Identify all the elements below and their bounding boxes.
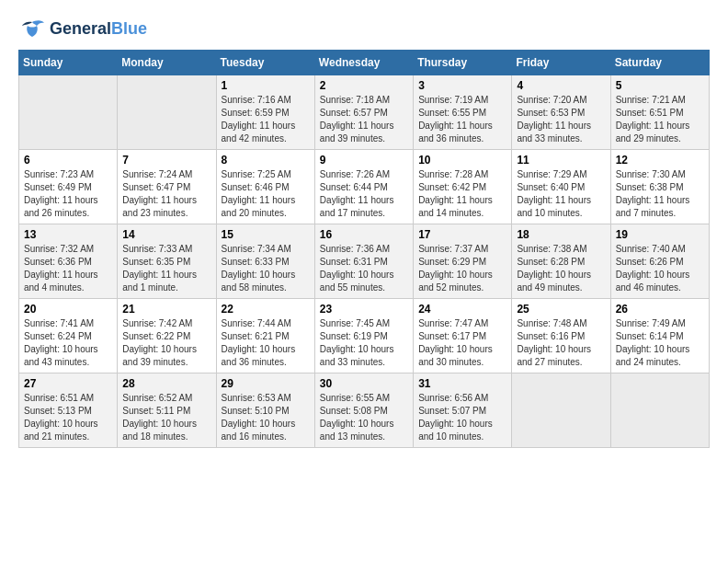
day-info: Sunrise: 6:55 AM Sunset: 5:08 PM Dayligh… xyxy=(320,392,408,443)
day-info: Sunrise: 7:42 AM Sunset: 6:22 PM Dayligh… xyxy=(122,317,210,369)
column-header-saturday: Saturday xyxy=(610,51,709,75)
calendar-day-cell xyxy=(118,75,216,150)
day-number: 26 xyxy=(616,303,704,316)
day-info: Sunrise: 7:34 AM Sunset: 6:33 PM Dayligh… xyxy=(222,243,310,294)
day-info: Sunrise: 6:52 AM Sunset: 5:11 PM Dayligh… xyxy=(122,392,210,443)
day-info: Sunrise: 7:44 AM Sunset: 6:21 PM Dayligh… xyxy=(222,317,310,369)
day-number: 7 xyxy=(122,154,210,167)
day-info: Sunrise: 7:47 AM Sunset: 6:17 PM Dayligh… xyxy=(418,317,506,369)
day-number: 17 xyxy=(418,228,506,241)
calendar-day-cell: 6Sunrise: 7:23 AM Sunset: 6:49 PM Daylig… xyxy=(19,150,118,224)
day-number: 18 xyxy=(517,228,605,241)
day-number: 31 xyxy=(418,377,506,390)
calendar-day-cell: 2Sunrise: 7:18 AM Sunset: 6:57 PM Daylig… xyxy=(314,75,413,150)
calendar-day-cell: 5Sunrise: 7:21 AM Sunset: 6:51 PM Daylig… xyxy=(610,75,709,150)
calendar-day-cell xyxy=(19,75,118,150)
calendar-day-cell: 31Sunrise: 6:56 AM Sunset: 5:07 PM Dayli… xyxy=(414,373,512,448)
calendar-week-row: 20Sunrise: 7:41 AM Sunset: 6:24 PM Dayli… xyxy=(19,299,710,373)
calendar-day-cell: 26Sunrise: 7:49 AM Sunset: 6:14 PM Dayli… xyxy=(610,299,709,373)
calendar-day-cell: 29Sunrise: 6:53 AM Sunset: 5:10 PM Dayli… xyxy=(216,373,314,448)
calendar-week-row: 6Sunrise: 7:23 AM Sunset: 6:49 PM Daylig… xyxy=(19,150,710,224)
day-number: 25 xyxy=(517,303,605,316)
day-number: 14 xyxy=(122,228,210,241)
calendar-day-cell: 24Sunrise: 7:47 AM Sunset: 6:17 PM Dayli… xyxy=(414,299,512,373)
calendar-day-cell: 4Sunrise: 7:20 AM Sunset: 6:53 PM Daylig… xyxy=(512,75,610,150)
day-number: 29 xyxy=(222,377,310,390)
day-info: Sunrise: 7:24 AM Sunset: 6:47 PM Dayligh… xyxy=(122,168,210,220)
calendar-table: SundayMondayTuesdayWednesdayThursdayFrid… xyxy=(18,50,710,448)
day-number: 8 xyxy=(222,154,310,167)
calendar-day-cell: 11Sunrise: 7:29 AM Sunset: 6:40 PM Dayli… xyxy=(512,150,610,224)
day-number: 27 xyxy=(24,377,112,390)
logo-icon xyxy=(18,18,46,40)
day-info: Sunrise: 6:56 AM Sunset: 5:07 PM Dayligh… xyxy=(418,392,506,443)
calendar-day-cell: 10Sunrise: 7:28 AM Sunset: 6:42 PM Dayli… xyxy=(414,150,512,224)
day-info: Sunrise: 6:53 AM Sunset: 5:10 PM Dayligh… xyxy=(222,392,310,443)
calendar-day-cell: 14Sunrise: 7:33 AM Sunset: 6:35 PM Dayli… xyxy=(118,224,216,299)
column-header-tuesday: Tuesday xyxy=(216,51,314,75)
column-header-sunday: Sunday xyxy=(19,51,118,75)
calendar-day-cell: 16Sunrise: 7:36 AM Sunset: 6:31 PM Dayli… xyxy=(314,224,413,299)
day-info: Sunrise: 7:49 AM Sunset: 6:14 PM Dayligh… xyxy=(616,317,704,369)
day-number: 24 xyxy=(418,303,506,316)
day-number: 22 xyxy=(222,303,310,316)
day-info: Sunrise: 7:21 AM Sunset: 6:51 PM Dayligh… xyxy=(616,94,704,145)
column-header-wednesday: Wednesday xyxy=(314,51,413,75)
calendar-day-cell: 1Sunrise: 7:16 AM Sunset: 6:59 PM Daylig… xyxy=(216,75,314,150)
day-number: 19 xyxy=(616,228,704,241)
calendar-day-cell xyxy=(610,373,709,448)
day-number: 12 xyxy=(616,154,704,167)
calendar-day-cell: 28Sunrise: 6:52 AM Sunset: 5:11 PM Dayli… xyxy=(118,373,216,448)
logo: GeneralBlue xyxy=(18,18,147,40)
calendar-header-row: SundayMondayTuesdayWednesdayThursdayFrid… xyxy=(19,51,710,75)
day-number: 20 xyxy=(24,303,112,316)
calendar-day-cell: 3Sunrise: 7:19 AM Sunset: 6:55 PM Daylig… xyxy=(414,75,512,150)
day-number: 16 xyxy=(320,228,408,241)
day-info: Sunrise: 7:18 AM Sunset: 6:57 PM Dayligh… xyxy=(320,94,408,145)
calendar-day-cell: 19Sunrise: 7:40 AM Sunset: 6:26 PM Dayli… xyxy=(610,224,709,299)
day-number: 6 xyxy=(24,154,112,167)
day-info: Sunrise: 7:48 AM Sunset: 6:16 PM Dayligh… xyxy=(517,317,605,369)
calendar-day-cell: 12Sunrise: 7:30 AM Sunset: 6:38 PM Dayli… xyxy=(610,150,709,224)
day-info: Sunrise: 7:19 AM Sunset: 6:55 PM Dayligh… xyxy=(418,94,506,145)
logo-line1: GeneralBlue xyxy=(50,20,147,39)
day-info: Sunrise: 7:20 AM Sunset: 6:53 PM Dayligh… xyxy=(517,94,605,145)
day-info: Sunrise: 7:23 AM Sunset: 6:49 PM Dayligh… xyxy=(24,168,112,220)
day-info: Sunrise: 7:30 AM Sunset: 6:38 PM Dayligh… xyxy=(616,168,704,220)
day-info: Sunrise: 7:29 AM Sunset: 6:40 PM Dayligh… xyxy=(517,168,605,220)
page-header: GeneralBlue xyxy=(18,18,710,40)
calendar-day-cell xyxy=(512,373,610,448)
day-info: Sunrise: 7:16 AM Sunset: 6:59 PM Dayligh… xyxy=(222,94,310,145)
day-info: Sunrise: 7:38 AM Sunset: 6:28 PM Dayligh… xyxy=(517,243,605,294)
calendar-day-cell: 20Sunrise: 7:41 AM Sunset: 6:24 PM Dayli… xyxy=(19,299,118,373)
day-info: Sunrise: 7:36 AM Sunset: 6:31 PM Dayligh… xyxy=(320,243,408,294)
calendar-day-cell: 15Sunrise: 7:34 AM Sunset: 6:33 PM Dayli… xyxy=(216,224,314,299)
calendar-day-cell: 18Sunrise: 7:38 AM Sunset: 6:28 PM Dayli… xyxy=(512,224,610,299)
day-info: Sunrise: 7:41 AM Sunset: 6:24 PM Dayligh… xyxy=(24,317,112,369)
day-info: Sunrise: 7:25 AM Sunset: 6:46 PM Dayligh… xyxy=(222,168,310,220)
day-info: Sunrise: 7:26 AM Sunset: 6:44 PM Dayligh… xyxy=(320,168,408,220)
day-number: 13 xyxy=(24,228,112,241)
logo-text: GeneralBlue xyxy=(50,20,147,39)
calendar-day-cell: 7Sunrise: 7:24 AM Sunset: 6:47 PM Daylig… xyxy=(118,150,216,224)
day-number: 9 xyxy=(320,154,408,167)
day-number: 23 xyxy=(320,303,408,316)
column-header-monday: Monday xyxy=(118,51,216,75)
calendar-day-cell: 23Sunrise: 7:45 AM Sunset: 6:19 PM Dayli… xyxy=(314,299,413,373)
day-number: 10 xyxy=(418,154,506,167)
calendar-week-row: 27Sunrise: 6:51 AM Sunset: 5:13 PM Dayli… xyxy=(19,373,710,448)
day-info: Sunrise: 7:32 AM Sunset: 6:36 PM Dayligh… xyxy=(24,243,112,294)
calendar-day-cell: 22Sunrise: 7:44 AM Sunset: 6:21 PM Dayli… xyxy=(216,299,314,373)
day-number: 3 xyxy=(418,79,506,92)
day-info: Sunrise: 7:28 AM Sunset: 6:42 PM Dayligh… xyxy=(418,168,506,220)
calendar-day-cell: 13Sunrise: 7:32 AM Sunset: 6:36 PM Dayli… xyxy=(19,224,118,299)
calendar-week-row: 13Sunrise: 7:32 AM Sunset: 6:36 PM Dayli… xyxy=(19,224,710,299)
calendar-day-cell: 30Sunrise: 6:55 AM Sunset: 5:08 PM Dayli… xyxy=(314,373,413,448)
day-info: Sunrise: 7:37 AM Sunset: 6:29 PM Dayligh… xyxy=(418,243,506,294)
day-number: 28 xyxy=(122,377,210,390)
day-number: 1 xyxy=(222,79,310,92)
day-number: 21 xyxy=(122,303,210,316)
calendar-week-row: 1Sunrise: 7:16 AM Sunset: 6:59 PM Daylig… xyxy=(19,75,710,150)
day-info: Sunrise: 7:45 AM Sunset: 6:19 PM Dayligh… xyxy=(320,317,408,369)
day-number: 15 xyxy=(222,228,310,241)
